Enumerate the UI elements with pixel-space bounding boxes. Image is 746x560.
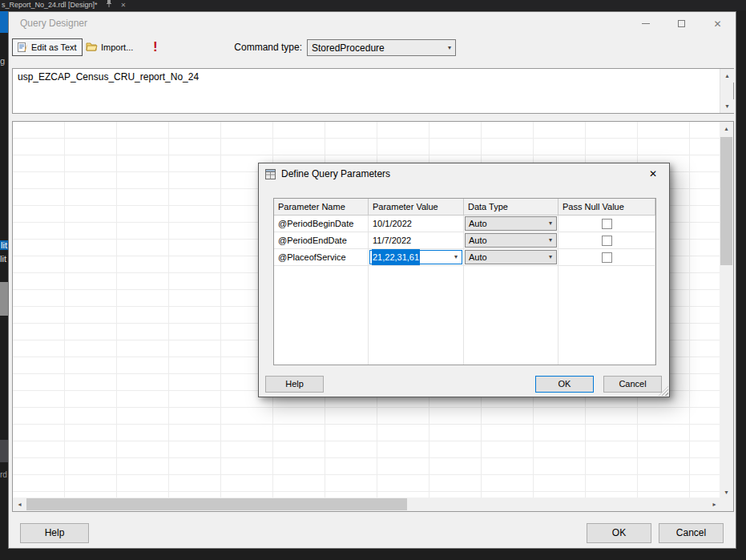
scrollbar-corner (720, 498, 733, 511)
column-header-pass-null-value[interactable]: Pass Null Value (558, 199, 655, 215)
column-header-parameter-name[interactable]: Parameter Name (274, 199, 369, 215)
parameter-name-cell[interactable]: @PlaceofService (274, 249, 369, 265)
sql-scrollbar[interactable]: ▴ ▾ (720, 69, 733, 113)
edit-as-text-icon (18, 42, 28, 54)
chevron-down-icon: ▾ (545, 249, 556, 265)
dialog-title: Define Query Parameters (281, 163, 390, 185)
background-blue-block (0, 11, 8, 33)
data-type-value: Auto (469, 232, 487, 248)
parameter-value-cell[interactable]: 11/7/2022 (369, 232, 464, 248)
parameter-row-periodenddate: @PeriodEndDate 11/7/2022 Auto ▾ (274, 232, 655, 249)
document-tab-title: s_Report_No_24.rdl [Design]* (2, 1, 98, 9)
parameters-dialog-icon (265, 168, 276, 183)
window-controls: ✕ (627, 12, 736, 35)
table-empty-area (274, 266, 655, 365)
parameter-row-periodbegindate: @PeriodBeginDate 10/1/2022 Auto ▾ (274, 216, 655, 232)
minimize-button[interactable] (627, 12, 663, 35)
vertical-scroll-thumb[interactable] (720, 137, 732, 265)
parameter-name-cell[interactable]: @PeriodEndDate (274, 232, 369, 248)
scroll-left-icon[interactable]: ◂ (13, 498, 26, 511)
chevron-down-icon: ▾ (545, 232, 556, 248)
exclamation-icon: ! (153, 39, 158, 55)
help-button[interactable]: Help (20, 523, 89, 543)
chevron-down-icon: ▾ (444, 44, 455, 51)
pass-null-checkbox[interactable] (602, 236, 612, 246)
background-gray-block (0, 282, 8, 316)
horizontal-scroll-thumb[interactable] (26, 498, 407, 510)
parameter-value-cell[interactable]: 10/1/2022 (369, 216, 464, 232)
parameter-value-combo[interactable]: 21,22,31,61 ▾ (369, 250, 462, 264)
background-fragment-selected: lit (0, 240, 8, 250)
dialog-ok-button[interactable]: OK (535, 376, 594, 393)
sql-text[interactable]: usp_EZCAP_Census_CRU_report_No_24 (18, 71, 716, 83)
minimize-icon (642, 23, 650, 24)
screen: s_Report_No_24.rdl [Design]* ✕ g lit lit… (0, 0, 746, 560)
background-fragment: g (0, 56, 5, 66)
dialog-cancel-button[interactable]: Cancel (603, 376, 662, 393)
sql-text-area[interactable]: usp_EZCAP_Census_CRU_report_No_24 ▴ ▾ (12, 68, 734, 114)
folder-open-icon (86, 42, 98, 53)
dialog-titlebar[interactable]: Define Query Parameters ✕ (259, 163, 669, 185)
import-button[interactable]: Import... (81, 38, 138, 56)
close-button[interactable]: ✕ (700, 12, 736, 35)
ok-button[interactable]: OK (587, 523, 651, 543)
table-header-row: Parameter Name Parameter Value Data Type… (274, 199, 655, 216)
close-icon: ✕ (713, 18, 721, 30)
background-fragment: rd (0, 470, 7, 479)
scroll-up-icon[interactable]: ▴ (720, 122, 733, 135)
maximize-button[interactable] (663, 12, 700, 35)
chevron-down-icon: ▾ (450, 249, 462, 265)
background-fragment: lit (0, 254, 6, 264)
chevron-down-icon: ▾ (545, 216, 556, 232)
data-type-value: Auto (469, 216, 487, 232)
window-title: Query Designer (20, 12, 87, 35)
command-type-label: Command type: (227, 37, 302, 59)
pin-icon[interactable] (106, 0, 112, 10)
execute-button[interactable]: ! (150, 37, 161, 58)
define-query-parameters-dialog: Define Query Parameters ✕ Parameter Name… (258, 163, 670, 397)
pass-null-checkbox[interactable] (602, 252, 612, 263)
maximize-icon (678, 20, 685, 27)
tab-close-icon[interactable]: ✕ (121, 0, 127, 10)
horizontal-scrollbar[interactable]: ◂ ▸ (13, 498, 721, 511)
dialog-help-button[interactable]: Help (265, 376, 324, 393)
edit-as-text-label: Edit as Text (31, 42, 77, 52)
document-tab[interactable]: s_Report_No_24.rdl [Design]* ✕ (0, 0, 126, 10)
pass-null-checkbox[interactable] (602, 219, 612, 229)
ide-tab-bar: s_Report_No_24.rdl [Design]* ✕ (0, 0, 746, 10)
parameters-table: Parameter Name Parameter Value Data Type… (273, 198, 656, 365)
command-type-select[interactable]: StoredProcedure ▾ (307, 39, 456, 56)
data-type-select[interactable]: Auto ▾ (465, 250, 557, 264)
command-type-value: StoredProcedure (312, 42, 385, 54)
data-type-select[interactable]: Auto ▾ (465, 233, 557, 248)
data-type-value: Auto (469, 249, 487, 265)
cancel-button[interactable]: Cancel (659, 523, 724, 543)
vertical-scrollbar[interactable]: ▴ ▾ (720, 122, 733, 499)
query-designer-titlebar[interactable]: Query Designer ✕ (9, 12, 736, 35)
background-dark-block (0, 440, 8, 462)
selected-value-text: 21,22,31,61 (372, 249, 420, 265)
column-header-parameter-value[interactable]: Parameter Value (369, 199, 464, 215)
scroll-up-icon[interactable]: ▴ (720, 69, 734, 83)
dialog-close-icon[interactable]: ✕ (642, 166, 664, 182)
column-header-data-type[interactable]: Data Type (464, 199, 558, 215)
edit-as-text-button[interactable]: Edit as Text (12, 38, 83, 56)
parameter-row-placeofservice: @PlaceofService 21,22,31,61 ▾ Auto ▾ (274, 249, 655, 266)
scroll-down-icon[interactable]: ▾ (720, 99, 734, 113)
import-label: Import... (101, 42, 133, 52)
data-type-select[interactable]: Auto ▾ (465, 216, 557, 231)
query-designer-toolbar: Edit as Text Import... ! Command type: S… (12, 37, 732, 59)
parameter-name-cell[interactable]: @PeriodBeginDate (274, 216, 369, 232)
